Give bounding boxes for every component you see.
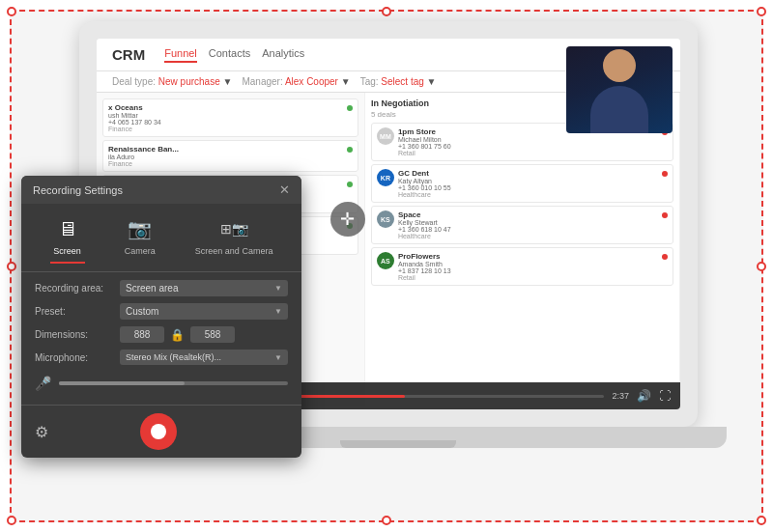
tag-label: Tag:: [360, 76, 379, 87]
table-row[interactable]: AS ProFlowers Amanda Smith +1 837 128 10…: [371, 247, 673, 286]
move-cursor-icon[interactable]: ✛: [330, 202, 365, 237]
nav-analytics[interactable]: Analytics: [262, 47, 304, 63]
camera-label: Camera: [125, 246, 156, 256]
recording-settings-panel: Recording Settings ✕ 🖥 Screen 📷 Camera ⊞…: [21, 176, 301, 458]
table-row[interactable]: Renaissance Ban... ila Aduro Finance: [102, 140, 358, 172]
outer-frame: CRM Funnel Contacts Analytics Deal type:…: [10, 10, 763, 522]
mode-camera[interactable]: 📷 Camera: [123, 215, 157, 264]
panel-footer: ⚙: [21, 405, 301, 458]
recording-area-label: Recording area:: [35, 283, 112, 294]
screen-camera-label: Screen and Camera: [195, 246, 273, 256]
nav-contacts[interactable]: Contacts: [209, 47, 250, 63]
dimensions-inputs: 🔒: [120, 326, 235, 343]
panel-title: Recording Settings: [33, 184, 123, 196]
handle-tr[interactable]: [757, 7, 766, 16]
height-input[interactable]: [190, 326, 235, 343]
width-input[interactable]: [120, 326, 164, 343]
camera-icon: 📷: [123, 215, 157, 242]
microphone-label: Microphone:: [35, 352, 112, 363]
handle-bl[interactable]: [7, 516, 16, 525]
table-row[interactable]: KR GC Dent Katy Altyan +1 360 010 10 55 …: [371, 164, 673, 203]
volume-icon[interactable]: 🔊: [637, 389, 651, 403]
preset-value: Custom: [126, 306, 158, 317]
dimensions-row: Dimensions: 🔒: [35, 326, 288, 343]
preset-select[interactable]: Custom ▼: [120, 303, 288, 320]
screen-label: Screen: [53, 246, 81, 256]
recording-area-value: Screen area: [126, 283, 178, 294]
deal-type-label: Deal type:: [112, 76, 156, 87]
preset-label: Preset:: [35, 306, 112, 317]
video-time: 2:37: [612, 391, 629, 401]
preset-row: Preset: Custom ▼: [35, 303, 288, 320]
filter-manager[interactable]: Manager: Alex Cooper ▼: [242, 76, 350, 87]
manager-value: Alex Cooper: [285, 76, 338, 87]
table-row[interactable]: x Oceans ush Mittar +4 065 137 80 34 Fin…: [102, 98, 358, 137]
volume-fill: [59, 381, 185, 385]
recording-area-select[interactable]: Screen area ▼: [120, 280, 288, 296]
microphone-value: Stereo Mix (Realtek(R)...: [126, 352, 221, 362]
deal-type-value: New purchase: [158, 76, 220, 87]
handle-mr[interactable]: [757, 262, 766, 271]
close-button[interactable]: ✕: [279, 182, 290, 197]
tag-value: Select tag: [381, 76, 423, 87]
dimensions-label: Dimensions:: [35, 329, 112, 340]
handle-ml[interactable]: [7, 262, 16, 271]
fullscreen-icon[interactable]: ⛶: [659, 389, 671, 403]
handle-tc[interactable]: [382, 7, 391, 16]
avatar: MM: [377, 127, 394, 145]
screen-camera-icon: ⊞📷: [216, 215, 251, 242]
avatar: KR: [377, 169, 394, 186]
avatar: AS: [377, 252, 394, 269]
person-body: [590, 86, 648, 134]
filter-deal-type[interactable]: Deal type: New purchase ▼: [112, 76, 232, 87]
microphone-select[interactable]: Stereo Mix (Realtek(R)... ▼: [120, 350, 288, 365]
screen-icon: 🖥: [50, 215, 85, 242]
record-dot: [151, 424, 166, 439]
filter-tag[interactable]: Tag: Select tag ▼: [360, 76, 437, 87]
person-silhouette: [586, 49, 653, 131]
mode-screen-camera[interactable]: ⊞📷 Screen and Camera: [195, 215, 273, 264]
record-button[interactable]: [140, 413, 177, 450]
handle-br[interactable]: [757, 516, 766, 525]
panel-header: Recording Settings ✕: [21, 176, 301, 204]
nav-funnel[interactable]: Funnel: [164, 47, 197, 63]
chevron-down-icon: ▼: [274, 353, 282, 362]
mode-selector: 🖥 Screen 📷 Camera ⊞📷 Screen and Camera: [21, 204, 301, 272]
volume-bar: [59, 381, 288, 385]
microphone-icon: 🎤: [35, 376, 51, 391]
webcam-overlay: [566, 46, 673, 133]
microphone-row: Microphone: Stereo Mix (Realtek(R)... ▼: [35, 350, 288, 365]
settings-fields: Recording area: Screen area ▼ Preset: Cu…: [21, 272, 301, 405]
person-head: [603, 49, 636, 82]
mode-screen[interactable]: 🖥 Screen: [50, 215, 85, 264]
avatar: KS: [377, 210, 394, 228]
recording-area-row: Recording area: Screen area ▼: [35, 280, 288, 296]
handle-tl[interactable]: [7, 7, 16, 16]
handle-bc[interactable]: [382, 516, 391, 525]
active-indicator: [50, 262, 85, 264]
table-row[interactable]: KS Space Kelly Stewart +1 360 618 10 47 …: [371, 206, 673, 244]
column-right: In Negotiation 5 deals MM 1pm Store: [365, 93, 680, 406]
chevron-down-icon: ▼: [274, 284, 282, 293]
manager-label: Manager:: [242, 76, 282, 87]
lock-icon: 🔒: [170, 328, 185, 342]
crm-nav: Funnel Contacts Analytics: [164, 47, 304, 63]
volume-row: 🎤: [35, 372, 288, 397]
webcam-person: [566, 46, 673, 133]
chevron-down-icon: ▼: [274, 307, 282, 316]
settings-icon[interactable]: ⚙: [35, 423, 48, 441]
crm-logo: CRM: [112, 46, 145, 63]
